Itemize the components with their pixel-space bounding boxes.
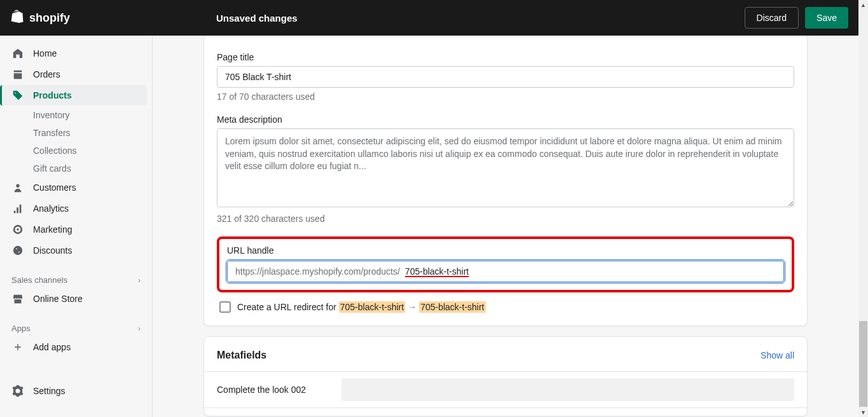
orders-icon bbox=[11, 68, 24, 81]
url-redirect-checkbox[interactable] bbox=[219, 301, 231, 313]
nav-home[interactable]: Home bbox=[5, 43, 147, 64]
discounts-icon bbox=[11, 244, 24, 257]
url-handle-label: URL handle bbox=[227, 245, 784, 256]
analytics-icon bbox=[11, 202, 24, 215]
save-button[interactable]: Save bbox=[805, 7, 848, 29]
nav-settings-label: Settings bbox=[33, 386, 65, 396]
metafield-label: Complete the look 002 bbox=[217, 385, 331, 395]
arrow-icon: → bbox=[408, 302, 417, 312]
marketing-icon bbox=[11, 223, 24, 236]
nav-inventory[interactable]: Inventory bbox=[5, 106, 147, 124]
metafields-title: Metafields bbox=[217, 350, 266, 361]
meta-desc-label: Meta description bbox=[217, 114, 794, 125]
plus-icon bbox=[11, 341, 24, 353]
metafields-show-all[interactable]: Show all bbox=[761, 350, 794, 360]
page-title-field: Page title 17 of 70 characters used bbox=[217, 52, 794, 102]
metafields-card: Metafields Show all Complete the look 00… bbox=[203, 336, 808, 416]
nav-marketing[interactable]: Marketing bbox=[5, 219, 147, 240]
top-bar-left: shopify Unsaved changes bbox=[10, 9, 298, 27]
nav-home-label: Home bbox=[33, 48, 57, 58]
nav-customers-label: Customers bbox=[33, 182, 76, 193]
chevron-right-icon: › bbox=[138, 276, 141, 285]
unsaved-changes-text: Unsaved changes bbox=[216, 13, 298, 24]
nav-add-apps[interactable]: Add apps bbox=[5, 337, 147, 357]
nav-orders-label: Orders bbox=[33, 69, 60, 79]
home-icon bbox=[11, 47, 24, 60]
sales-channels-header[interactable]: Sales channels › bbox=[5, 271, 147, 289]
nav-marketing-label: Marketing bbox=[33, 224, 72, 235]
top-bar: shopify Unsaved changes Discard Save bbox=[0, 0, 858, 36]
metafield-row bbox=[204, 407, 807, 411]
metafield-input[interactable] bbox=[341, 378, 794, 401]
meta-desc-input[interactable]: Lorem ipsum dolor sit amet, consectetur … bbox=[217, 128, 794, 207]
meta-desc-help: 321 of 320 characters used bbox=[217, 214, 794, 224]
nav-giftcards[interactable]: Gift cards bbox=[5, 160, 147, 177]
url-prefix: https://jnlaspace.myshopify.com/products… bbox=[228, 261, 403, 282]
sales-channels-label: Sales channels bbox=[11, 275, 67, 285]
nav-discounts[interactable]: Discounts bbox=[5, 240, 147, 261]
nav-online-store[interactable]: Online Store bbox=[5, 289, 147, 309]
nav-customers[interactable]: Customers bbox=[5, 177, 147, 198]
brand-text: shopify bbox=[29, 11, 70, 25]
url-redirect-row: Create a URL redirect for 705-black-t-sh… bbox=[219, 301, 794, 313]
main-content: Page title 17 of 70 characters used Meta… bbox=[153, 36, 858, 417]
scroll-up-icon[interactable]: ▲ bbox=[858, 0, 868, 10]
seo-card: Page title 17 of 70 characters used Meta… bbox=[203, 36, 808, 326]
shopify-bag-icon bbox=[10, 9, 25, 27]
apps-header[interactable]: Apps › bbox=[5, 320, 147, 337]
url-handle-input-wrap[interactable]: https://jnlaspace.myshopify.com/products… bbox=[227, 261, 784, 282]
nav-online-store-label: Online Store bbox=[33, 294, 83, 304]
nav-settings[interactable]: Settings bbox=[5, 381, 147, 401]
shopify-logo[interactable]: shopify bbox=[10, 9, 70, 27]
nav-add-apps-label: Add apps bbox=[33, 342, 71, 352]
url-handle-highlight: URL handle https://jnlaspace.myshopify.c… bbox=[217, 236, 794, 292]
top-bar-actions: Discard Save bbox=[745, 7, 848, 29]
nav-orders[interactable]: Orders bbox=[5, 64, 147, 85]
store-icon bbox=[11, 292, 24, 305]
scrollbar-thumb[interactable] bbox=[859, 321, 867, 407]
customers-icon bbox=[11, 181, 24, 194]
page-title-input[interactable] bbox=[217, 66, 794, 88]
discard-button[interactable]: Discard bbox=[745, 7, 799, 29]
metafields-header: Metafields Show all bbox=[217, 350, 794, 361]
page-title-help: 17 of 70 characters used bbox=[217, 92, 794, 102]
nav-products-label: Products bbox=[33, 90, 72, 100]
scroll-down-icon[interactable]: ▼ bbox=[858, 407, 868, 417]
nav-transfers[interactable]: Transfers bbox=[5, 124, 147, 142]
nav-discounts-label: Discounts bbox=[33, 245, 72, 256]
redirect-new-handle: 705-black-t-shirt bbox=[419, 301, 485, 313]
nav-analytics-label: Analytics bbox=[33, 203, 69, 214]
metafield-row: Complete the look 002 bbox=[204, 371, 807, 407]
products-icon bbox=[11, 89, 24, 102]
nav-products[interactable]: Products bbox=[0, 85, 147, 106]
url-handle-input[interactable]: 705-black-t-shirt bbox=[403, 261, 783, 282]
page-title-label: Page title bbox=[217, 52, 794, 62]
chevron-right-icon: › bbox=[138, 324, 141, 333]
meta-desc-field: Meta description Lorem ipsum dolor sit a… bbox=[217, 114, 794, 224]
sidebar: Home Orders Products Inventory Transfers… bbox=[0, 36, 153, 417]
apps-label: Apps bbox=[11, 324, 31, 333]
gear-icon bbox=[11, 385, 24, 397]
nav-analytics[interactable]: Analytics bbox=[5, 198, 147, 219]
nav-collections[interactable]: Collections bbox=[5, 142, 147, 160]
page-scrollbar[interactable]: ▲ ▼ bbox=[858, 0, 868, 417]
redirect-old-handle: 705-black-t-shirt bbox=[339, 301, 405, 313]
url-redirect-text: Create a URL redirect for 705-black-t-sh… bbox=[237, 302, 486, 312]
